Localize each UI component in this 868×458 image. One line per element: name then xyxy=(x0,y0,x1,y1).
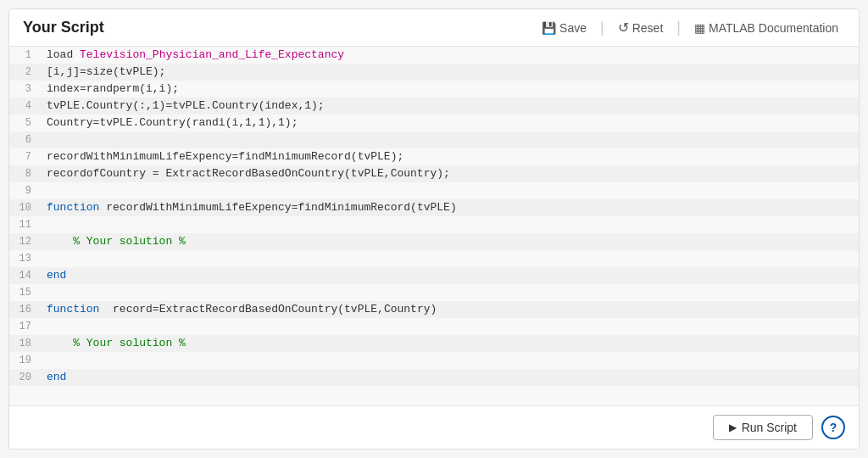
footer: ▶ Run Script ? xyxy=(9,405,859,449)
header: Your Script 💾 Save | ↺ Reset | ▦ MATLAB … xyxy=(9,9,859,47)
reset-label: Reset xyxy=(632,21,664,35)
code-line: 4tvPLE.Country(:,1)=tvPLE.Country(index,… xyxy=(9,98,859,114)
reset-icon: ↺ xyxy=(618,20,629,36)
code-line: 14end xyxy=(9,267,859,284)
page-title: Your Script xyxy=(23,19,104,36)
line-number: 15 xyxy=(9,284,40,301)
line-number: 19 xyxy=(9,352,40,369)
run-script-label: Run Script xyxy=(742,421,797,434)
line-content xyxy=(40,216,859,233)
line-number: 6 xyxy=(9,131,40,148)
code-line: 9 xyxy=(9,182,859,199)
script-editor: Your Script 💾 Save | ↺ Reset | ▦ MATLAB … xyxy=(8,8,860,450)
run-icon: ▶ xyxy=(729,422,737,433)
line-content: load Television_Physician_and_Life_Expec… xyxy=(40,47,859,64)
code-line: 2[i,j]=size(tvPLE); xyxy=(9,64,859,81)
line-number: 17 xyxy=(9,318,40,335)
line-number: 20 xyxy=(9,369,40,386)
save-label: Save xyxy=(559,21,587,35)
help-button[interactable]: ? xyxy=(821,416,845,439)
docs-icon: ▦ xyxy=(694,21,705,35)
docs-label: MATLAB Documentation xyxy=(709,21,838,35)
line-content: end xyxy=(40,267,859,284)
code-line: 20end xyxy=(9,369,859,386)
line-content: % Your solution % xyxy=(40,233,859,250)
separator-2: | xyxy=(676,19,681,36)
header-actions: 💾 Save | ↺ Reset | ▦ MATLAB Documentatio… xyxy=(535,16,845,39)
line-content: recordWithMinimumLifeExpency=findMinimum… xyxy=(40,148,859,165)
line-number: 11 xyxy=(9,216,40,233)
line-content: Country=tvPLE.Country(randi(i,1,1),1); xyxy=(40,114,859,131)
code-line: 1load Television_Physician_and_Life_Expe… xyxy=(9,47,859,64)
line-number: 13 xyxy=(9,250,40,267)
save-button[interactable]: 💾 Save xyxy=(535,18,593,38)
line-number: 9 xyxy=(9,182,40,199)
code-line: 11 xyxy=(9,216,859,233)
line-number: 12 xyxy=(9,233,40,250)
line-content: function recordWithMinimumLifeExpency=fi… xyxy=(40,199,859,216)
code-line: 13 xyxy=(9,250,859,267)
line-content: % Your solution % xyxy=(40,335,859,352)
code-line: 18 % Your solution % xyxy=(9,335,859,352)
line-number: 14 xyxy=(9,267,40,284)
code-line: 3index=randperm(i,i); xyxy=(9,81,859,98)
code-line: 12 % Your solution % xyxy=(9,233,859,250)
line-content: index=randperm(i,i); xyxy=(40,81,859,98)
line-number: 5 xyxy=(9,114,40,131)
line-number: 3 xyxy=(9,81,40,98)
line-number: 7 xyxy=(9,148,40,165)
code-line: 15 xyxy=(9,284,859,301)
code-line: 5Country=tvPLE.Country(randi(i,1,1),1); xyxy=(9,114,859,131)
line-number: 1 xyxy=(9,47,40,64)
code-line: 19 xyxy=(9,352,859,369)
code-line: 8recordofCountry = ExtractRecordBasedOnC… xyxy=(9,165,859,182)
line-number: 8 xyxy=(9,165,40,182)
help-icon: ? xyxy=(830,421,837,434)
code-line: 10function recordWithMinimumLifeExpency=… xyxy=(9,199,859,216)
separator-1: | xyxy=(600,19,604,36)
code-editor[interactable]: 1load Television_Physician_and_Life_Expe… xyxy=(9,47,859,405)
code-line: 7recordWithMinimumLifeExpency=findMinimu… xyxy=(9,148,859,165)
line-number: 18 xyxy=(9,335,40,352)
line-content: tvPLE.Country(:,1)=tvPLE.Country(index,1… xyxy=(40,98,859,114)
line-content xyxy=(40,182,859,199)
line-number: 4 xyxy=(9,98,40,114)
line-number: 16 xyxy=(9,301,40,318)
line-content: [i,j]=size(tvPLE); xyxy=(40,64,859,81)
code-line: 6 xyxy=(9,131,859,148)
line-number: 10 xyxy=(9,199,40,216)
code-line: 17 xyxy=(9,318,859,335)
line-number: 2 xyxy=(9,64,40,81)
run-script-button[interactable]: ▶ Run Script xyxy=(713,415,813,440)
line-content xyxy=(40,318,859,335)
line-content: recordofCountry = ExtractRecordBasedOnCo… xyxy=(40,165,859,182)
line-content xyxy=(40,131,859,148)
line-content: end xyxy=(40,369,859,386)
line-content xyxy=(40,250,859,267)
save-icon: 💾 xyxy=(542,21,556,35)
line-content xyxy=(40,284,859,301)
line-content: function record=ExtractRecordBasedOnCoun… xyxy=(40,301,859,318)
code-line: 16function record=ExtractRecordBasedOnCo… xyxy=(9,301,859,318)
reset-button[interactable]: ↺ Reset xyxy=(611,16,670,39)
matlab-docs-button[interactable]: ▦ MATLAB Documentation xyxy=(687,18,845,38)
line-content xyxy=(40,352,859,369)
